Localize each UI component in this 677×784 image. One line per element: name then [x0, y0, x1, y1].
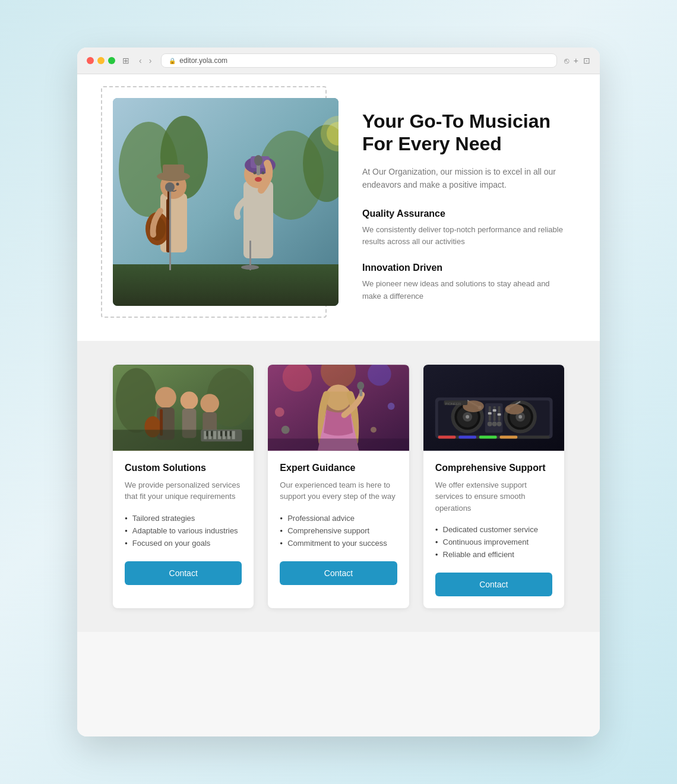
svg-rect-83: [493, 406, 495, 421]
svg-rect-85: [488, 412, 491, 415]
svg-point-24: [254, 172, 257, 175]
card2-title: Expert Guidance: [280, 463, 397, 473]
card2-body: Expert Guidance Our experienced team is …: [268, 451, 409, 597]
card1-title: Custom Solutions: [125, 463, 242, 473]
card2-singer-svg: [268, 365, 409, 451]
svg-rect-55: [113, 429, 254, 450]
svg-rect-101: [499, 435, 517, 438]
card-image-3: PIONEER: [423, 365, 564, 451]
traffic-lights: [87, 57, 115, 64]
card1-list: Tailored strategies Adaptable to various…: [125, 512, 242, 549]
svg-point-19: [165, 182, 175, 192]
hero-title: Your Go-To Musician For Every Need: [362, 110, 564, 156]
hero-subtitle: At Our Organization, our mission is to e…: [362, 165, 564, 192]
svg-rect-87: [497, 413, 501, 416]
card3-body: Comprehensive Support We offer extensive…: [423, 451, 564, 609]
card-image-1: [113, 365, 254, 451]
back-button[interactable]: ‹: [137, 55, 144, 67]
svg-rect-100: [479, 435, 497, 438]
card1-contact-button[interactable]: Contact: [125, 561, 242, 585]
svg-rect-20: [243, 181, 273, 258]
list-item: Dedicated customer service: [435, 523, 552, 536]
svg-point-63: [275, 407, 284, 417]
card2-contact-button[interactable]: Contact: [280, 561, 397, 585]
list-item: Commitment to your success: [280, 537, 397, 549]
svg-point-64: [388, 403, 395, 410]
svg-rect-18: [169, 187, 171, 270]
card3-list: Dedicated customer service Continuous im…: [435, 523, 552, 561]
hero-section: Your Go-To Musician For Every Need At Ou…: [77, 74, 600, 341]
svg-point-62: [358, 381, 365, 390]
browser-actions: ⎋ + ⊡: [564, 56, 590, 65]
svg-point-34: [155, 387, 176, 408]
svg-point-89: [492, 421, 496, 426]
hero-image: [113, 98, 338, 306]
list-item: Focused on your goals: [125, 537, 242, 549]
nav-arrows: ‹ ›: [137, 55, 154, 67]
lock-icon: 🔒: [169, 58, 176, 64]
card-comprehensive-support: PIONEER Comprehensive Support We offer e…: [423, 365, 564, 609]
feature1-text: We consistently deliver top-notch perfor…: [362, 224, 564, 249]
forward-button[interactable]: ›: [147, 55, 154, 67]
browser-chrome: ⊞ ‹ › 🔒 editor.yola.com ⎋ + ⊡: [77, 48, 600, 74]
list-item: Comprehensive support: [280, 524, 397, 537]
list-item: Reliable and efficient: [435, 548, 552, 561]
card3-title: Comprehensive Support: [435, 463, 552, 473]
svg-point-80: [518, 415, 522, 419]
card3-contact-button[interactable]: Contact: [435, 573, 552, 596]
svg-rect-67: [268, 438, 409, 450]
list-item: Adaptable to various industries: [125, 524, 242, 537]
svg-point-96: [505, 404, 524, 415]
card-image-2: [268, 365, 409, 451]
feature2-title: Innovation Driven: [362, 263, 564, 273]
minimize-button[interactable]: [97, 57, 105, 64]
svg-point-88: [487, 421, 492, 426]
svg-point-40: [200, 394, 219, 413]
svg-rect-99: [458, 435, 476, 438]
card3-dj-svg: PIONEER: [423, 365, 564, 451]
feature2-text: We pioneer new ideas and solutions to st…: [362, 278, 564, 303]
address-bar[interactable]: 🔒 editor.yola.com: [161, 53, 556, 68]
svg-rect-86: [492, 409, 496, 412]
svg-point-66: [281, 425, 290, 434]
card1-body: Custom Solutions We provide personalized…: [113, 451, 254, 597]
svg-rect-7: [113, 264, 338, 306]
add-tab-icon[interactable]: +: [574, 56, 578, 65]
card2-description: Our experienced team is here to support …: [280, 479, 397, 502]
card1-musicians-svg: [113, 365, 254, 451]
card1-description: We provide personalized services that fi…: [125, 479, 242, 502]
hero-text: Your Go-To Musician For Every Need At Ou…: [362, 98, 564, 317]
url-text: editor.yola.com: [179, 56, 227, 65]
browser-content: Your Go-To Musician For Every Need At Ou…: [77, 74, 600, 736]
cards-section: Custom Solutions We provide personalized…: [77, 341, 600, 633]
tab-icon: ⊞: [122, 56, 129, 65]
svg-point-26: [255, 177, 262, 182]
svg-point-65: [371, 426, 377, 432]
svg-point-75: [466, 415, 469, 419]
svg-point-13: [176, 183, 179, 186]
svg-point-90: [496, 421, 501, 426]
card-expert-guidance: Expert Guidance Our experienced team is …: [268, 365, 409, 609]
svg-point-25: [262, 172, 265, 175]
svg-text:PIONEER: PIONEER: [445, 402, 461, 406]
feature1-title: Quality Assurance: [362, 208, 564, 219]
svg-point-28: [254, 155, 262, 166]
svg-point-38: [181, 391, 198, 409]
svg-rect-11: [163, 165, 184, 179]
svg-point-30: [241, 265, 259, 270]
maximize-button[interactable]: [108, 57, 115, 64]
svg-rect-98: [438, 435, 455, 438]
hero-musicians-svg: [113, 98, 338, 306]
share-icon[interactable]: ⎋: [564, 56, 569, 65]
card-custom-solutions: Custom Solutions We provide personalized…: [113, 365, 254, 609]
card2-list: Professional advice Comprehensive suppor…: [280, 512, 397, 549]
list-item: Professional advice: [280, 512, 397, 524]
browser-window: ⊞ ‹ › 🔒 editor.yola.com ⎋ + ⊡: [77, 48, 600, 736]
cards-grid: Custom Solutions We provide personalized…: [113, 365, 564, 609]
extensions-icon[interactable]: ⊡: [583, 56, 590, 65]
list-item: Tailored strategies: [125, 512, 242, 524]
card3-description: We offer extensive support services to e…: [435, 479, 552, 514]
hero-image-wrapper: [113, 98, 338, 306]
list-item: Continuous improvement: [435, 536, 552, 548]
close-button[interactable]: [87, 57, 94, 64]
